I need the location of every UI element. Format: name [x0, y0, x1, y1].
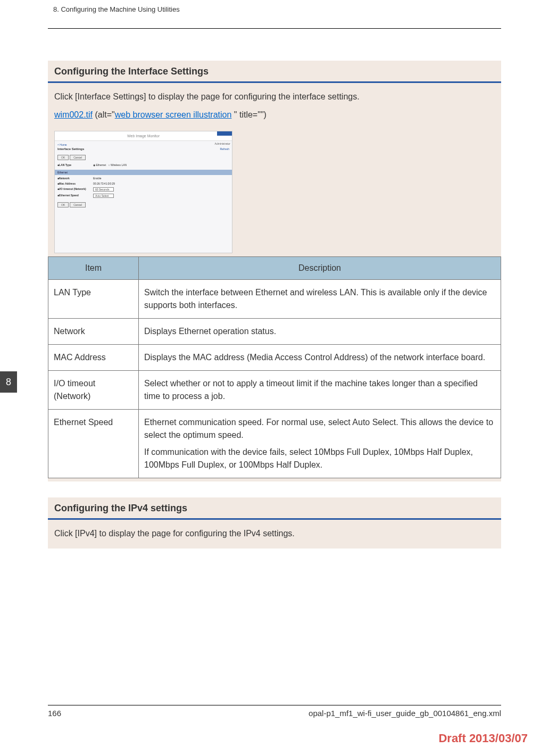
th-desc: Description — [139, 257, 501, 280]
section-title: Configuring the Interface Settings — [48, 61, 501, 83]
ss-io-label: ■I/O timeout (Network) — [57, 187, 87, 192]
ss-net-val: Enable — [93, 177, 102, 180]
cell-item: LAN Type — [48, 280, 139, 319]
ss-app-title: Web Image Monitor — [55, 131, 232, 141]
ss-lan-label: ■LAN Type — [57, 163, 87, 167]
page-number: 166 — [48, 709, 61, 718]
section-intro: Click [Interface Settings] to display th… — [54, 90, 495, 103]
cell-item: Ethernet Speed — [48, 410, 139, 478]
ss-eth-header-label: Ethernet — [55, 171, 68, 174]
chapter-side-tab: 8 — [0, 371, 17, 393]
ss-lan-opt1: Ethernet — [96, 163, 106, 167]
ss-ok-button[interactable]: OK — [57, 155, 69, 160]
browser-screenshot: Web Image Monitor < Home Administrator I… — [54, 131, 232, 253]
header-rule — [48, 28, 501, 29]
ss-mac-label: ■Mac Address — [57, 182, 87, 185]
ss-lan-opt2: Wireless LAN — [111, 163, 127, 167]
chapter-header: 8. Configuring the Machine Using Utiliti… — [48, 5, 501, 13]
ss-ethernet-bar: Ethernet — [55, 170, 232, 175]
cell-item: MAC Address — [48, 345, 139, 371]
alt-post: " title="") — [231, 110, 267, 119]
cell-desc-p1: Ethernet communication speed. For normal… — [144, 416, 495, 442]
table-row: LAN Type Switch the interface between Et… — [48, 280, 501, 319]
alt-pre: (alt=" — [93, 110, 115, 119]
draft-stamp: Draft 2013/03/07 — [438, 732, 528, 745]
ss-net-label: ■Network — [57, 177, 87, 180]
image-alt-link[interactable]: web browser screen illustration — [115, 110, 232, 119]
ss-lan-opts[interactable]: ◉ Ethernet ○ Wireless LAN — [93, 163, 127, 167]
cell-item: I/O timeout (Network) — [48, 371, 139, 410]
section-interface-settings: Configuring the Interface Settings Click… — [48, 61, 501, 481]
doc-reference: opal-p1_mf1_wi-fi_user_guide_gb_00104861… — [309, 709, 501, 718]
section-ipv4-settings: Configuring the IPv4 settings Click [IPv… — [48, 497, 501, 549]
ss-admin-label: Administrator — [215, 142, 230, 145]
table-row: Network Displays Ethernet operation stat… — [48, 319, 501, 345]
ss-cancel-button-2[interactable]: Cancel — [70, 202, 86, 207]
ss-button-row-bottom: OK Cancel — [57, 202, 86, 207]
page-footer: 166 opal-p1_mf1_wi-fi_user_guide_gb_0010… — [48, 705, 501, 718]
cell-desc: Ethernet communication speed. For normal… — [139, 410, 501, 478]
cell-desc: Select whether or not to apply a timeout… — [139, 371, 501, 410]
ss-home-link[interactable]: < Home — [57, 143, 67, 146]
cell-desc-p2: If communication with the device fails, … — [144, 446, 495, 471]
section-intro: Click [IPv4] to display the page for con… — [54, 527, 495, 540]
ss-mac-val: 00:26:73:41:D0:29 — [93, 182, 115, 185]
table-row: I/O timeout (Network) Select whether or … — [48, 371, 501, 410]
th-item: Item — [48, 257, 139, 280]
ss-ok-button-2[interactable]: OK — [57, 202, 69, 207]
ss-cancel-button[interactable]: Cancel — [70, 155, 86, 160]
cell-desc: Displays the MAC address (Media Access C… — [139, 345, 501, 371]
section-title: Configuring the IPv4 settings — [48, 497, 501, 520]
settings-table: Item Description LAN Type Switch the int… — [48, 256, 501, 478]
ss-io-select[interactable]: 60 Seconds — [93, 187, 114, 192]
image-file-link[interactable]: wim002.tif — [54, 110, 93, 119]
cell-desc: Displays Ethernet operation status. — [139, 319, 501, 345]
cell-item: Network — [48, 319, 139, 345]
ss-page-title: Interface Settings — [57, 147, 84, 151]
cell-desc: Switch the interface between Ethernet an… — [139, 280, 501, 319]
ss-button-row-top: OK Cancel — [57, 155, 86, 160]
table-row: MAC Address Displays the MAC address (Me… — [48, 345, 501, 371]
ss-spd-label: ■Ethernet Speed — [57, 194, 87, 198]
image-reference: wim002.tif (alt="web browser screen illu… — [54, 109, 495, 121]
ss-refresh-link[interactable]: Refresh — [220, 147, 229, 151]
ss-spd-select[interactable]: Auto Select — [93, 194, 114, 198]
table-row: Ethernet Speed Ethernet communication sp… — [48, 410, 501, 478]
